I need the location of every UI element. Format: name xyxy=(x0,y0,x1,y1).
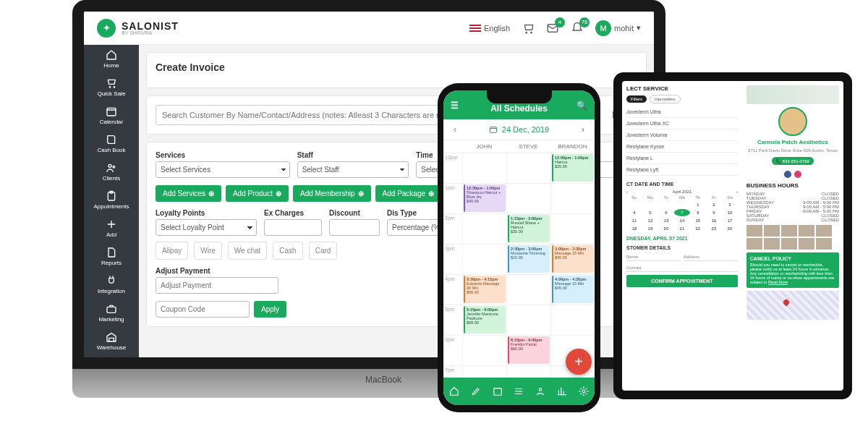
appointment-event[interactable]: 6:15pm - 6:45pmFranklin Facial$60.00 xyxy=(508,336,550,364)
cart-button[interactable] xyxy=(522,22,535,35)
payment-cash[interactable]: Cash xyxy=(273,242,302,260)
loyalty-select[interactable]: Select Loyalty Point xyxy=(156,219,257,236)
gallery-thumb[interactable] xyxy=(816,238,832,250)
gear-icon[interactable] xyxy=(579,386,589,396)
chip-fillers[interactable]: Fillers xyxy=(626,95,647,103)
home-icon[interactable] xyxy=(449,386,459,396)
calendar-day[interactable]: 2 xyxy=(706,201,722,208)
payment-alipay[interactable]: Alipay xyxy=(156,242,188,260)
calendar-day[interactable]: 13 xyxy=(658,217,674,224)
users-icon[interactable] xyxy=(535,386,545,396)
add-membership-button[interactable]: Add Membership⊕ xyxy=(293,185,371,202)
calendar-day[interactable]: 7 xyxy=(674,209,690,216)
sidebar-item-quick-sale[interactable]: Quick Sale xyxy=(84,73,139,101)
sidebar-item-expense[interactable]: Expense xyxy=(84,355,139,357)
calendar-day[interactable] xyxy=(674,201,690,208)
calendar-day[interactable]: 24 xyxy=(722,225,738,232)
list-icon[interactable] xyxy=(514,386,524,396)
gallery-thumb[interactable] xyxy=(799,225,814,237)
appointment-event[interactable]: 12:30pm - 1:00pmShampoo Haircut + Blow d… xyxy=(464,184,506,212)
gallery-thumb[interactable] xyxy=(816,225,832,237)
sidebar-item-calendar[interactable]: Calendar xyxy=(84,101,139,129)
sidebar-item-reports[interactable]: Reports xyxy=(84,242,139,271)
sidebar-item-clients[interactable]: Clients xyxy=(84,158,139,186)
appointment-event[interactable]: 12:00pm - 1:00pmHaircut$25.00 xyxy=(552,154,594,182)
hamburger-icon[interactable]: ☰ xyxy=(451,101,459,111)
sidebar-item-warehouse[interactable]: Warehouse xyxy=(84,327,139,355)
discount-input[interactable] xyxy=(329,219,380,236)
language-selector[interactable]: English xyxy=(469,24,510,33)
sidebar-item-appointments[interactable]: Appointments xyxy=(84,186,139,214)
chip-injectables[interactable]: Injectables xyxy=(650,95,681,103)
edit-icon[interactable] xyxy=(471,386,481,396)
appointment-event[interactable]: 1:15pm - 2:00pmRussell Shave + Haircut$3… xyxy=(508,215,550,242)
fab-add-button[interactable]: + xyxy=(566,349,592,375)
add-product-button[interactable]: Add Product⊕ xyxy=(226,185,289,202)
calendar-day[interactable]: 12 xyxy=(642,217,658,224)
clinic-phone-button[interactable]: 📞 833-551-0769 xyxy=(772,157,814,165)
service-item[interactable]: Restylane Kysse xyxy=(626,141,738,153)
sidebar-item-marketing[interactable]: Marketing xyxy=(84,299,139,327)
calendar-day[interactable] xyxy=(642,201,658,208)
coupon-input[interactable] xyxy=(156,301,250,318)
staff-select[interactable]: Select Staff xyxy=(297,161,409,178)
calendar-day[interactable]: 22 xyxy=(690,225,706,232)
cust-name-field[interactable]: Name xyxy=(626,253,681,261)
cal-next[interactable]: › xyxy=(736,190,738,194)
cust-contact-field[interactable]: Contact xyxy=(626,264,738,272)
read-more-link[interactable]: Read More xyxy=(768,280,788,284)
calendar-day[interactable] xyxy=(626,201,642,208)
calendar-day[interactable]: 3 xyxy=(722,201,738,208)
adjust-payment-input[interactable] xyxy=(156,277,278,294)
add-package-button[interactable]: Add Package⊕ xyxy=(375,185,442,202)
mini-calendar[interactable]: ‹April 2021› SuMoTuWeThFrSa 123456789101… xyxy=(626,190,738,233)
calendar-day[interactable]: 19 xyxy=(642,225,658,232)
calendar-day[interactable]: 21 xyxy=(674,225,690,232)
calendar-day[interactable]: 9 xyxy=(706,209,722,216)
sidebar-item-add[interactable]: Add xyxy=(84,214,139,242)
staff-col[interactable]: STEVE xyxy=(506,140,550,153)
gallery-thumb[interactable] xyxy=(799,238,814,250)
payment-card[interactable]: Card xyxy=(309,242,338,260)
appointment-event[interactable]: 2:30pm - 3:00pmMustache Trimming$15.00 xyxy=(508,245,550,273)
chart-icon[interactable] xyxy=(557,386,567,396)
prev-day-button[interactable]: ‹ xyxy=(454,124,456,135)
notifications-button[interactable]: 78 xyxy=(571,22,584,35)
calendar-day[interactable]: 16 xyxy=(706,217,722,224)
calendar-day[interactable]: 17 xyxy=(722,217,738,224)
services-select[interactable]: Select Services xyxy=(156,161,290,178)
photo-gallery[interactable] xyxy=(746,225,839,250)
gallery-thumb[interactable] xyxy=(746,238,762,250)
calendar-day[interactable]: 18 xyxy=(626,225,642,232)
payment-wire[interactable]: Wire xyxy=(194,242,222,260)
calendar-icon[interactable] xyxy=(493,386,503,396)
sidebar-item-home[interactable]: Home xyxy=(84,45,139,73)
payment-wechat[interactable]: We chat xyxy=(228,242,268,260)
sidebar-item-integration[interactable]: Integration xyxy=(84,271,139,299)
gallery-thumb[interactable] xyxy=(781,225,797,237)
appointment-event[interactable]: 3:00pm - 3:30pmMassage 15 Min$45.00 xyxy=(552,245,594,273)
messages-button[interactable]: 4 xyxy=(546,22,559,35)
calendar-day[interactable]: 8 xyxy=(690,209,706,216)
calendar-day[interactable]: 10 xyxy=(722,209,738,216)
cal-prev[interactable]: ‹ xyxy=(626,190,628,194)
calendar-day[interactable]: 23 xyxy=(706,225,722,232)
calendar-day[interactable]: 5 xyxy=(642,209,658,216)
gallery-thumb[interactable] xyxy=(746,225,762,237)
calendar-day[interactable]: 1 xyxy=(690,201,706,208)
service-item[interactable]: Juvederm Ultra xyxy=(626,106,738,118)
instagram-icon[interactable] xyxy=(794,171,801,178)
location-map[interactable] xyxy=(746,291,839,320)
service-item[interactable]: Restylane Lyft xyxy=(626,164,738,176)
user-menu[interactable]: M mohit ▾ xyxy=(595,20,641,36)
gallery-thumb[interactable] xyxy=(764,238,780,250)
service-item[interactable]: Juvederm Ultra XC xyxy=(626,118,738,129)
phone-schedule-grid[interactable]: 12pm12:00pm - 1:00pmHaircut$25.001pm12:3… xyxy=(443,153,595,378)
appointment-event[interactable]: 4:00pm - 4:30pmMassage 15 Min$45.00 xyxy=(552,276,594,303)
gallery-thumb[interactable] xyxy=(781,238,797,250)
brand-logo[interactable]: ✦ SALONIST BY SHRIVRA xyxy=(97,19,179,38)
ex-charges-input[interactable] xyxy=(264,219,322,236)
gallery-thumb[interactable] xyxy=(764,225,780,237)
service-item[interactable]: Restylane L xyxy=(626,153,738,164)
service-item[interactable]: Juvederm Voluma xyxy=(626,129,738,141)
